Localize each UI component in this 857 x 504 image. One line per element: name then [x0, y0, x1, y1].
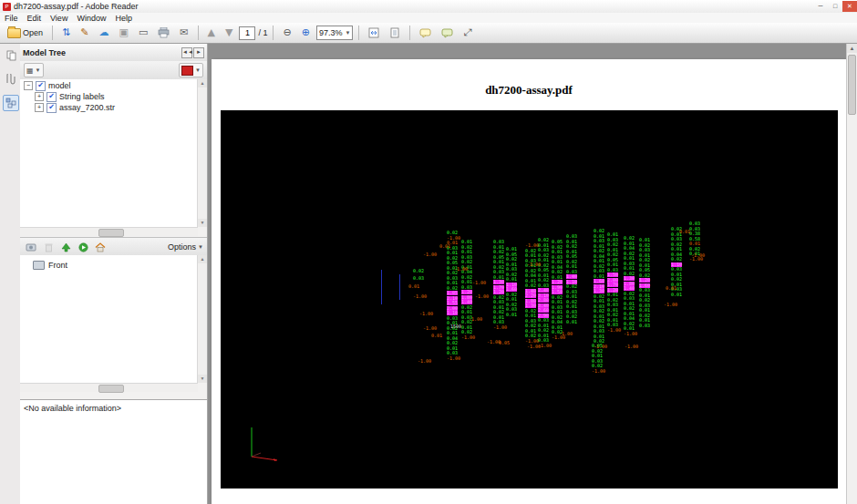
menu-file[interactable]: File	[5, 14, 18, 23]
tree-options-button[interactable]: ▦ ▼	[24, 63, 44, 77]
assay-value-label: 0.02	[413, 269, 424, 273]
fit-width-icon	[368, 27, 379, 38]
play-views-button[interactable]	[76, 240, 90, 254]
previous-page-button[interactable]: ▲	[204, 24, 219, 42]
expander-plus-icon[interactable]: +	[35, 103, 44, 112]
main-toolbar: Open ⇅ ✎ ☁ ▣ ▭ ✉ ▲ ▼ / 1 ⊖ ⊕ 97.3% ▼ ⤢	[0, 23, 857, 44]
assay-value-label: -1.00	[454, 267, 468, 272]
tree-node-string-labels[interactable]: + ✔ String labels	[35, 92, 197, 101]
views-horizontal-scrollbar[interactable]	[20, 383, 198, 392]
chevron-down-icon: ▼	[195, 67, 201, 73]
expander-plus-icon[interactable]: +	[35, 92, 44, 101]
drillhole-trace-line	[399, 274, 400, 300]
assay-plot: 0.02-1.000.010.030.010.020.050.010.020.0…	[221, 110, 838, 489]
zoom-in-button[interactable]: ⊕	[298, 24, 314, 42]
page-number-input[interactable]	[239, 26, 255, 40]
model-tree-panel-button[interactable]	[3, 95, 19, 111]
scroll-up-icon[interactable]: ▲	[847, 44, 857, 53]
scrollbar-thumb[interactable]	[98, 229, 124, 237]
color-swatch-icon	[181, 66, 193, 76]
assay-value-label: -1.00	[624, 332, 637, 336]
menu-help[interactable]: Help	[115, 14, 132, 23]
menu-window[interactable]: Window	[77, 14, 106, 23]
copy-page-icon: ▭	[139, 27, 148, 38]
assay-value-label: -1.00	[525, 339, 539, 344]
pan-tool-button[interactable]: ⤢	[459, 24, 475, 42]
share-button[interactable]: ⇅	[58, 24, 74, 42]
assay-value-label: -1.00	[527, 345, 541, 349]
page-thumbnails-icon	[6, 50, 16, 61]
tree-node-label[interactable]: model	[48, 81, 71, 90]
scrollbar-thumb[interactable]	[98, 385, 124, 393]
printer-icon	[158, 27, 170, 38]
document-area[interactable]: dh7200-assay.pdf 0.02-1.000.010.030.010.…	[208, 44, 847, 504]
assay-value-label: 0.01	[439, 244, 450, 249]
assay-value-label: 0.01	[666, 286, 676, 291]
copy-page-button[interactable]: ▭	[135, 24, 151, 42]
upload-button[interactable]: ☁	[95, 24, 112, 42]
view-item-front[interactable]: Front	[33, 261, 198, 270]
assay-value-label: -1.00	[423, 326, 437, 331]
assay-value-label: 0.05	[499, 341, 510, 345]
fit-width-button[interactable]	[365, 24, 383, 42]
zoom-out-button[interactable]: ⊖	[279, 24, 294, 42]
delete-view-button[interactable]	[41, 240, 56, 254]
close-button[interactable]: ✕	[842, 1, 857, 12]
sign-button[interactable]: ✎	[77, 24, 92, 42]
tree-node-model[interactable]: − ✔ model	[24, 81, 197, 90]
highlight-color-button[interactable]: ▼	[179, 63, 203, 77]
menu-edit[interactable]: Edit	[27, 14, 42, 23]
page-thumbnails-button[interactable]	[3, 47, 19, 64]
scroll-up-icon[interactable]: ▲	[198, 79, 207, 87]
assay-value-label: -1.00	[493, 325, 507, 330]
minimize-button[interactable]: ─	[813, 1, 828, 12]
views-options-button[interactable]: Options ▼	[168, 242, 203, 252]
scrollbar-thumb[interactable]	[848, 55, 856, 115]
attachments-button[interactable]	[3, 71, 19, 87]
print-button[interactable]	[154, 24, 173, 42]
zoom-level-select[interactable]: 97.3% ▼	[316, 26, 353, 40]
up-arrow-icon: ▲	[208, 27, 215, 38]
next-page-button[interactable]: ▼	[222, 24, 236, 42]
drillhole-trace-line	[381, 270, 382, 304]
scroll-up-icon[interactable]: ▲	[198, 255, 207, 263]
scroll-down-icon[interactable]: ▼	[198, 375, 207, 383]
open-button-label: Open	[23, 28, 43, 37]
checkbox-checked-icon[interactable]: ✔	[46, 92, 57, 102]
email-button[interactable]: ✉	[176, 24, 191, 42]
document-vertical-scrollbar[interactable]: ▲	[846, 44, 857, 504]
camera-view-icon	[26, 242, 36, 252]
fit-page-button[interactable]	[386, 24, 404, 42]
default-view-button[interactable]	[24, 240, 38, 254]
checkbox-checked-icon[interactable]: ✔	[36, 81, 46, 91]
open-button[interactable]: Open	[4, 24, 46, 42]
pdf-page: dh7200-assay.pdf 0.02-1.000.010.030.010.…	[212, 59, 846, 504]
stamp-button[interactable]: ▣	[115, 24, 131, 42]
previous-view-button[interactable]	[58, 240, 73, 254]
trash-icon	[45, 242, 53, 252]
highlight-comment-button[interactable]	[438, 24, 457, 42]
maximize-button[interactable]: □	[828, 1, 842, 12]
info-text: <No available information>	[24, 404, 121, 413]
tree-node-label[interactable]: assay_7200.str	[59, 103, 115, 112]
checkbox-checked-icon[interactable]: ✔	[46, 103, 57, 113]
scroll-down-icon[interactable]: ▼	[198, 219, 207, 227]
tree-node-assay-str[interactable]: + ✔ assay_7200.str	[35, 103, 197, 112]
page-count-label: / 1	[258, 28, 267, 37]
collapse-panel-button[interactable]: ◄◄	[181, 47, 192, 58]
tree-vertical-scrollbar[interactable]: ▲ ▼	[197, 79, 207, 227]
tree-horizontal-scrollbar[interactable]	[20, 227, 198, 236]
views-vertical-scrollbar[interactable]: ▲ ▼	[197, 255, 207, 383]
plus-circle-icon: ⊕	[302, 27, 310, 38]
tree-node-label[interactable]: String labels	[59, 92, 105, 101]
expander-minus-icon[interactable]: −	[24, 81, 33, 90]
zoom-level-value: 97.3%	[319, 28, 343, 37]
home-icon	[95, 242, 106, 252]
assay-value-label: 0.01	[679, 230, 690, 234]
comment-button[interactable]	[416, 24, 435, 42]
menu-view[interactable]: View	[50, 14, 67, 23]
home-view-button[interactable]	[93, 240, 108, 254]
options-label: Options	[168, 242, 196, 252]
expand-panel-button[interactable]: ►	[193, 47, 204, 58]
assay-value-label: 0.01	[431, 334, 442, 338]
